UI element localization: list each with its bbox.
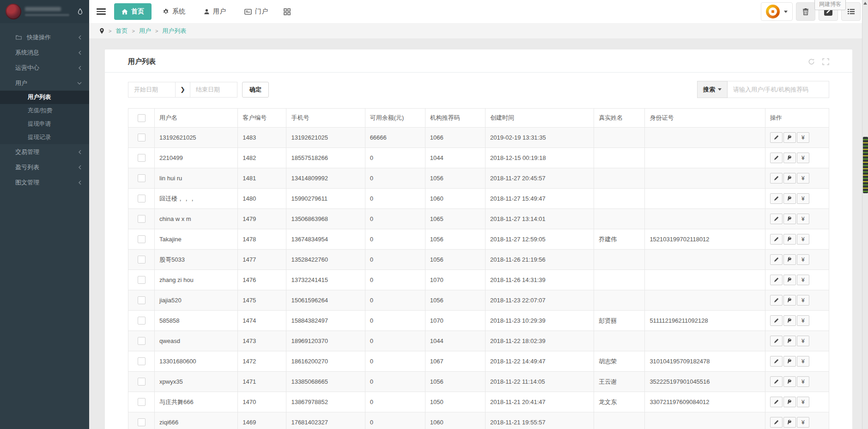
edit-button[interactable]: [770, 153, 783, 163]
reset-password-button[interactable]: [783, 153, 796, 163]
row-checkbox[interactable]: [138, 317, 146, 325]
balance-button[interactable]: ¥: [797, 295, 809, 306]
sidebar-item-operations-center[interactable]: 运营中心: [0, 60, 89, 75]
pencil-icon: [774, 379, 779, 384]
edit-button[interactable]: [770, 173, 783, 184]
reset-password-button[interactable]: [783, 295, 796, 306]
reset-password-button[interactable]: [783, 356, 796, 367]
tab-home[interactable]: 首页: [114, 3, 152, 20]
table-row: 与庄共舞666 1470 13867978852 0 1050 2018-11-…: [128, 392, 829, 412]
hamburger-menu-icon[interactable]: [97, 8, 106, 15]
breadcrumb-users[interactable]: 用户: [139, 27, 151, 35]
edit-button[interactable]: [770, 254, 783, 265]
reset-password-button[interactable]: [783, 397, 796, 407]
edit-button[interactable]: [770, 275, 783, 285]
start-date-input[interactable]: [128, 82, 176, 98]
edit-button[interactable]: [770, 356, 783, 367]
balance-button[interactable]: ¥: [797, 397, 809, 407]
scroll-up-arrow-icon[interactable]: [863, 2, 867, 5]
reset-password-button[interactable]: [783, 417, 796, 428]
reset-password-button[interactable]: [783, 193, 796, 204]
reset-password-button[interactable]: [783, 173, 796, 184]
breadcrumb-home[interactable]: 首页: [115, 27, 127, 35]
sidebar-item-profit-loss-list[interactable]: 盈亏列表: [0, 159, 89, 175]
browser-scrollbar[interactable]: [862, 0, 868, 429]
sidebar-item-withdraw-records[interactable]: 提现记录: [0, 131, 89, 144]
confirm-button[interactable]: 确定: [242, 82, 269, 98]
row-checkbox[interactable]: [138, 256, 146, 264]
table-row: 585858 1474 15884382497 0 1070 2018-11-2…: [128, 311, 829, 331]
scrollbar-thumb[interactable]: [863, 137, 868, 193]
balance-button[interactable]: ¥: [797, 376, 809, 387]
row-checkbox[interactable]: [138, 398, 146, 406]
refresh-icon[interactable]: [808, 58, 815, 65]
row-checkbox[interactable]: [138, 418, 146, 426]
apps-grid-icon[interactable]: [279, 4, 295, 19]
edit-button[interactable]: [770, 234, 783, 245]
tab-portal[interactable]: 门户: [237, 3, 275, 20]
row-checkbox[interactable]: [138, 215, 146, 223]
reset-password-button[interactable]: [783, 234, 796, 245]
edit-button[interactable]: [770, 417, 783, 428]
edit-button[interactable]: [770, 214, 783, 224]
reset-password-button[interactable]: [783, 275, 796, 285]
balance-button[interactable]: ¥: [797, 356, 809, 367]
cell-org-code: 1056: [425, 372, 485, 392]
row-checkbox[interactable]: [138, 154, 146, 162]
row-checkbox[interactable]: [138, 296, 146, 304]
reset-password-button[interactable]: [783, 315, 796, 326]
balance-button[interactable]: ¥: [797, 336, 809, 346]
sidebar-item-media-management[interactable]: 图文管理: [0, 175, 89, 190]
sidebar-item-quick-ops[interactable]: 快捷操作: [0, 30, 89, 45]
edit-button[interactable]: [770, 336, 783, 346]
sidebar-item-system-messages[interactable]: 系统消息: [0, 45, 89, 60]
balance-button[interactable]: ¥: [797, 173, 809, 184]
sidebar-item-users[interactable]: 用户: [0, 75, 89, 91]
edit-button[interactable]: [770, 193, 783, 204]
tab-users[interactable]: 用户: [196, 3, 233, 20]
row-checkbox[interactable]: [138, 378, 146, 386]
tab-system[interactable]: 系统: [155, 3, 193, 20]
sidebar-item-withdraw-request[interactable]: 提现申请: [0, 117, 89, 131]
row-checkbox[interactable]: [138, 195, 146, 202]
search-dropdown-button[interactable]: 搜索: [697, 81, 728, 98]
row-checkbox[interactable]: [138, 276, 146, 284]
sidebar-item-trade-management[interactable]: 交易管理: [0, 144, 89, 159]
account-dropdown-button[interactable]: [761, 2, 793, 21]
sidebar-item-recharge-deduct[interactable]: 充值/扣费: [0, 104, 89, 117]
cell-id-number: [645, 270, 765, 290]
reset-password-button[interactable]: [783, 254, 796, 265]
reset-password-button[interactable]: [783, 336, 796, 346]
balance-button[interactable]: ¥: [797, 193, 809, 204]
balance-button[interactable]: ¥: [797, 254, 809, 265]
cell-id-number: 352225197901045516: [645, 372, 765, 392]
row-checkbox[interactable]: [138, 174, 146, 182]
breadcrumb-user-list[interactable]: 用户列表: [162, 27, 186, 35]
balance-button[interactable]: ¥: [797, 153, 809, 163]
search-input[interactable]: [728, 81, 829, 98]
reset-password-button[interactable]: [783, 132, 796, 143]
end-date-input[interactable]: [190, 82, 237, 98]
edit-button[interactable]: [770, 295, 783, 306]
balance-button[interactable]: ¥: [797, 234, 809, 245]
expand-icon[interactable]: [822, 58, 829, 65]
balance-button[interactable]: ¥: [797, 417, 809, 428]
balance-button[interactable]: ¥: [797, 315, 809, 326]
balance-button[interactable]: ¥: [797, 275, 809, 285]
row-checkbox[interactable]: [138, 337, 146, 345]
row-select-cell: [128, 250, 155, 270]
balance-button[interactable]: ¥: [797, 214, 809, 224]
row-checkbox[interactable]: [138, 235, 146, 243]
edit-button[interactable]: [770, 376, 783, 387]
row-checkbox[interactable]: [138, 357, 146, 365]
reset-password-button[interactable]: [783, 376, 796, 387]
edit-button[interactable]: [770, 397, 783, 407]
edit-button[interactable]: [770, 315, 783, 326]
select-all-checkbox[interactable]: [138, 114, 146, 122]
reset-password-button[interactable]: [783, 214, 796, 224]
edit-button[interactable]: [770, 132, 783, 143]
sidebar-item-user-list[interactable]: 用户列表: [0, 91, 89, 104]
balance-button[interactable]: ¥: [797, 132, 809, 143]
trash-button[interactable]: [796, 2, 815, 21]
row-checkbox[interactable]: [138, 134, 146, 141]
